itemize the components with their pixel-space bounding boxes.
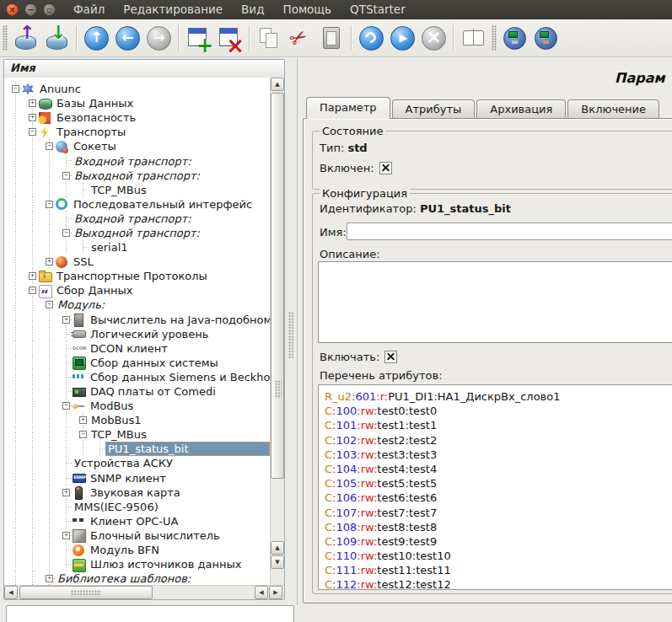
tree-item[interactable]: Устройства АСКУ	[4, 456, 270, 470]
menu-qtstarter[interactable]: QTStarter	[341, 0, 415, 19]
tree-item[interactable]: DCONDCON клиент	[4, 341, 270, 356]
expand-icon[interactable]: +	[29, 272, 36, 280]
collapse-icon[interactable]: −	[46, 301, 53, 308]
tab-атрибуты[interactable]: Атрибуты	[392, 99, 476, 119]
collapse-icon[interactable]: −	[62, 172, 70, 180]
reload-button[interactable]	[356, 23, 387, 54]
tree-item[interactable]: Сбор данных Siemens и Beckhof	[4, 370, 270, 384]
close-window-icon[interactable]: ×	[6, 3, 19, 16]
cut-button[interactable]	[285, 23, 316, 54]
tree-item[interactable]: +MobBus1	[4, 413, 270, 427]
forward-button[interactable]	[143, 23, 175, 54]
tab-архивация[interactable]: Архивация	[476, 99, 566, 119]
scroll-up2-icon[interactable]: ▲	[271, 541, 284, 555]
description-textarea[interactable]	[318, 261, 672, 343]
tree-item[interactable]: −ModBus	[4, 399, 270, 413]
tree-vertical-scrollbar[interactable]: ▲ ▲ ▼	[270, 78, 284, 585]
maximize-window-icon[interactable]: ▫	[43, 3, 56, 16]
tree-item[interactable]: Логический уровень	[4, 327, 270, 341]
tree-item[interactable]: +Блочный вычислитель	[4, 528, 270, 543]
delete-item-button[interactable]	[214, 23, 245, 54]
tab-параметр[interactable]: Параметр	[306, 97, 390, 119]
tree-item[interactable]: −Сбор Данных	[4, 283, 270, 298]
collapse-icon[interactable]: −	[79, 431, 87, 438]
tree-column-header[interactable]: Имя	[4, 60, 284, 78]
manual-button[interactable]	[458, 23, 489, 54]
tree-item[interactable]: −Сокеты	[4, 139, 270, 153]
collapse-icon[interactable]: −	[46, 201, 53, 208]
tree-item[interactable]: +Транспортные Протоколы	[4, 269, 270, 283]
collapse-icon[interactable]: −	[29, 128, 36, 136]
toolbar-drag-handle[interactable]	[492, 25, 497, 51]
vision-tool-button[interactable]	[530, 23, 562, 54]
tree-item[interactable]: −Выходной транспорт:	[4, 226, 270, 240]
tree-item[interactable]: +Вычислитель на Java-подобном	[4, 313, 270, 327]
tree-item[interactable]: Клиент OPC-UA	[4, 514, 270, 528]
collapse-icon[interactable]: −	[29, 287, 36, 294]
menu-help[interactable]: Помощь	[273, 0, 341, 19]
tree-item[interactable]: +SSL	[4, 255, 270, 269]
paste-button[interactable]	[316, 23, 347, 54]
vertical-scroll-thumb[interactable]	[271, 93, 284, 479]
tree-item[interactable]: Шлюз источников данных	[4, 557, 270, 571]
to-enable-checkbox[interactable]	[384, 351, 397, 363]
expand-icon[interactable]: +	[29, 99, 36, 107]
add-item-button[interactable]	[183, 23, 214, 54]
qtcfg-tool-button[interactable]	[499, 23, 530, 54]
collapse-icon[interactable]: −	[12, 85, 19, 93]
tree-item[interactable]: −Anuunc	[4, 82, 270, 96]
tree-item[interactable]: −Транспорты	[4, 125, 270, 139]
tree-item[interactable]: +Звуковая карта	[4, 485, 270, 500]
expand-icon[interactable]: +	[46, 575, 53, 582]
scroll-up-icon[interactable]: ▲	[271, 78, 284, 91]
up-button[interactable]	[81, 23, 112, 54]
tree-item[interactable]: +Библиотека шаблонов:	[4, 571, 270, 585]
menu-file[interactable]: Файл	[64, 0, 114, 19]
copy-button[interactable]	[254, 23, 285, 54]
menu-edit[interactable]: Редактирование	[114, 0, 232, 19]
save-button[interactable]	[41, 23, 73, 54]
panel-splitter[interactable]	[286, 59, 297, 605]
expand-icon[interactable]: +	[79, 416, 87, 424]
tree-item[interactable]: −Модуль:	[4, 298, 270, 312]
tree-item[interactable]: Модуль BFN	[4, 543, 270, 557]
tree-item[interactable]: −Выходной транспорт:	[4, 169, 270, 183]
expand-icon[interactable]: +	[62, 489, 70, 496]
menu-view[interactable]: Вид	[232, 0, 273, 19]
horizontal-scroll-thumb[interactable]	[19, 586, 153, 599]
collapse-icon[interactable]: −	[62, 229, 70, 237]
expand-icon[interactable]: +	[46, 258, 53, 265]
scroll-right-icon[interactable]: ▶	[269, 586, 282, 599]
start-button[interactable]	[387, 23, 418, 54]
toolbar-drag-handle[interactable]	[3, 25, 8, 51]
tree-item[interactable]: Входной транспорт:	[4, 153, 270, 168]
tree-item[interactable]: +Безопасность	[4, 110, 270, 125]
expand-icon[interactable]: +	[62, 532, 70, 539]
tree-item[interactable]: PU1_status_bit	[4, 442, 270, 456]
expand-icon[interactable]: +	[62, 316, 70, 324]
tree-horizontal-scrollbar[interactable]: ◀ ◀ ▶	[4, 585, 284, 599]
tree-item[interactable]: −TCP_MBus	[4, 427, 270, 442]
load-button[interactable]	[10, 23, 41, 54]
tree-item[interactable]: Входной транспорт:	[4, 212, 270, 226]
name-input[interactable]	[347, 223, 672, 240]
enabled-checkbox[interactable]	[379, 162, 392, 174]
tree-item[interactable]: DAQ платы от Comedi	[4, 384, 270, 399]
stop-button[interactable]	[418, 23, 449, 54]
expand-icon[interactable]: +	[29, 114, 36, 121]
back-button[interactable]	[112, 23, 143, 54]
tree-item[interactable]: −Последовательный интерфейс	[4, 197, 270, 212]
tree-item[interactable]: +Базы Данных	[4, 96, 270, 110]
attribute-list[interactable]: R_u2:601:r:PU1_DI1:HA1_ДискрВх_слово1C:1…	[318, 384, 672, 590]
collapse-icon[interactable]: −	[62, 402, 70, 410]
collapse-icon[interactable]: −	[46, 142, 53, 150]
minimize-window-icon[interactable]: −	[24, 3, 37, 16]
tree-item[interactable]: Сбор данных системы	[4, 356, 270, 370]
scroll-left-icon[interactable]: ◀	[4, 586, 18, 599]
tree-item[interactable]: serial1	[4, 240, 270, 255]
tree-item[interactable]: MMS(IEC-9506)	[4, 500, 270, 514]
scroll-left2-icon[interactable]: ◀	[255, 586, 268, 599]
tab-включение[interactable]: Включение	[567, 99, 659, 119]
tree-item[interactable]: TCP_MBus	[4, 183, 270, 197]
scroll-down-icon[interactable]: ▼	[271, 555, 284, 569]
